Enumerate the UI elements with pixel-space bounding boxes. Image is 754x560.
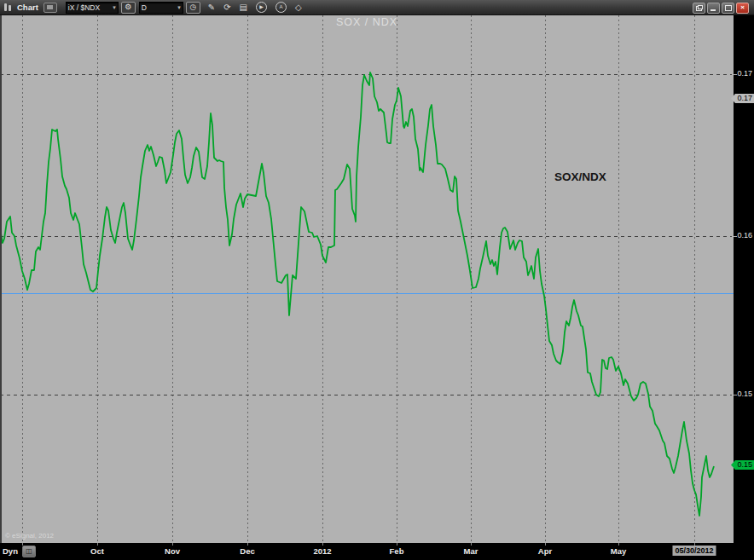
price-axis-label: 0.16 (737, 231, 752, 240)
dyn-mode-icon[interactable]: ◫ (22, 546, 36, 557)
interval-value: D (142, 3, 147, 13)
refresh-icon[interactable]: ⟳ (223, 1, 230, 14)
time-axis-label: Oct (90, 546, 104, 556)
time-axis-label: Apr (538, 546, 552, 556)
chart-app-icon (3, 3, 14, 12)
chart-plot-area[interactable]: SOX / NDX SOX/NDX © eSignal, 2012 (0, 15, 734, 543)
time-tick-mark (322, 543, 323, 546)
auto-icon[interactable]: A (276, 2, 287, 13)
note-icon[interactable]: ▤ (240, 1, 247, 14)
time-tick-mark (397, 543, 397, 546)
time-axis-label: 2012 (313, 546, 331, 556)
time-axis-label: Feb (390, 546, 404, 556)
prev-price-tag: 0.17 (731, 94, 754, 103)
price-tick-mark (734, 236, 737, 237)
interval-input[interactable]: D ▾ (139, 2, 183, 14)
price-axis-label: 0.15 (737, 390, 752, 399)
symbol-input[interactable]: iX / $NDX ▾ (66, 2, 119, 14)
symbol-value: iX / $NDX (68, 3, 100, 13)
last-price-tag: 0.15 (731, 460, 754, 470)
close-button[interactable]: × (736, 3, 749, 14)
time-tick-mark (22, 543, 23, 546)
time-axis-label: Dec (240, 546, 254, 556)
time-tick-mark (247, 543, 248, 546)
time-tick-mark (471, 543, 472, 546)
chart-title: SOX / NDX (336, 16, 397, 28)
symbol-settings-button[interactable]: ⚙ (121, 2, 136, 14)
restore-button[interactable] (693, 3, 705, 14)
title-bar: Chart iX / $NDX ▾ ⚙ D ▾ ◷ ✎ ⟳ ▤ ▶ A ◇ × (0, 0, 754, 15)
minimize-button[interactable] (707, 3, 720, 14)
price-axis-label: 0.17 (737, 69, 752, 78)
chart-window: Chart iX / $NDX ▾ ⚙ D ▾ ◷ ✎ ⟳ ▤ ▶ A ◇ × (0, 0, 754, 560)
time-axis-label: Mar (464, 546, 478, 556)
price-line-chart (0, 15, 734, 543)
clock-icon: ◷ (189, 3, 196, 11)
price-tick-mark (734, 74, 737, 75)
chevron-down-icon[interactable]: ▾ (113, 3, 116, 13)
cursor-date-badge: 05/30/2012 (672, 546, 716, 556)
window-left-border (0, 15, 2, 543)
eraser-icon[interactable]: ◇ (295, 1, 302, 14)
price-tick-mark (734, 395, 737, 395)
time-axis-label: May (611, 546, 626, 556)
time-tick-mark (172, 543, 173, 546)
esignal-watermark: © eSignal, 2012 (5, 532, 54, 540)
layout-badge-icon[interactable] (44, 3, 57, 13)
play-icon[interactable]: ▶ (256, 2, 267, 13)
maximize-button[interactable] (722, 3, 734, 14)
time-axis[interactable]: Dyn ◫ OctNovDec2012FebMarAprMay05/30/201… (0, 543, 754, 560)
time-template-button[interactable]: ◷ (186, 2, 200, 14)
chevron-down-icon[interactable]: ▾ (177, 3, 181, 13)
time-tick-mark (97, 543, 98, 546)
time-tick-mark (545, 543, 546, 546)
window-title: Chart (17, 3, 38, 12)
dyn-toggle[interactable]: Dyn (3, 546, 18, 556)
time-tick-mark (618, 543, 619, 546)
gear-icon: ⚙ (125, 3, 131, 11)
series-label: SOX/NDX (554, 170, 606, 183)
price-axis[interactable]: 0.170.160.150.170.15 (734, 15, 754, 543)
time-axis-label: Nov (165, 546, 180, 556)
window-controls: × (693, 3, 749, 14)
pencil-icon[interactable]: ✎ (208, 1, 215, 14)
